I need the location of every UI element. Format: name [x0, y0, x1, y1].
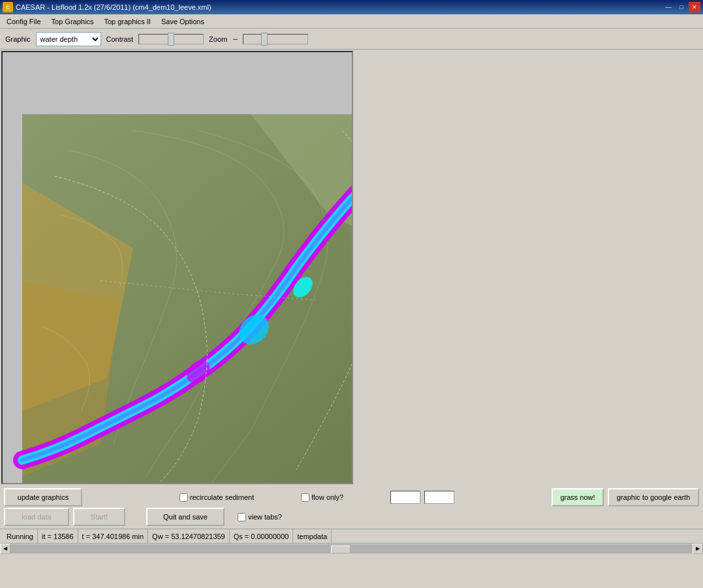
status-qw: Qw = 53.12470821359 — [148, 529, 230, 543]
status-t: t = 347.401986 min — [78, 529, 149, 543]
title-bar-controls[interactable]: — □ ✕ — [663, 2, 700, 12]
menu-bar: Config File Top Graphics Top graphics II… — [0, 14, 703, 29]
scroll-track[interactable] — [10, 544, 693, 553]
contrast-slider[interactable] — [138, 34, 204, 44]
menu-config-file[interactable]: Config File — [1, 14, 46, 28]
menu-top-graphics-ii[interactable]: Top graphics II — [99, 14, 156, 28]
graphic-to-google-earth-button[interactable]: graphic to google earth — [608, 488, 699, 506]
canvas-area — [1, 51, 353, 484]
status-it: it = 13586 — [38, 529, 78, 543]
zoom-minus-icon: − — [232, 34, 238, 44]
start-button[interactable]: Start! — [73, 508, 125, 526]
num-field-2[interactable]: 358 — [424, 491, 454, 504]
view-tabs-label: view tabs? — [248, 513, 282, 521]
bottom-controls: update graphics recirculate sediment flo… — [0, 486, 703, 529]
close-button[interactable]: ✕ — [689, 2, 700, 12]
flow-only-checkbox[interactable] — [301, 493, 309, 502]
status-tempdata: tempdata — [293, 529, 332, 543]
minimize-button[interactable]: — — [663, 2, 674, 12]
scroll-thumb[interactable] — [331, 546, 351, 553]
menu-save-options[interactable]: Save Options — [156, 14, 210, 28]
num-field-1[interactable]: 358 — [390, 491, 420, 504]
recirculate-sediment-checkbox[interactable] — [180, 493, 188, 502]
title-bar-left: C CAESAR - Lisflood 1.2x (27/6/2011) (cm… — [3, 2, 211, 12]
update-graphics-button[interactable]: update graphics — [4, 488, 82, 506]
maximize-button[interactable]: □ — [676, 2, 687, 12]
flow-only-label: flow only? — [311, 493, 343, 501]
app-icon: C — [3, 2, 13, 12]
zoom-slider[interactable] — [243, 34, 308, 44]
controls-row2: load data Start! Quit and save view tabs… — [4, 508, 699, 526]
flow-only-checkbox-item: flow only? — [301, 493, 343, 502]
graphic-label: Graphic — [5, 35, 31, 43]
contrast-label: Contrast — [106, 35, 134, 43]
controls-row1: update graphics recirculate sediment flo… — [4, 488, 699, 506]
graphic-select[interactable]: water depth elevation sediment erosion — [36, 32, 101, 46]
map-display — [3, 52, 353, 483]
scroll-right-arrow[interactable]: ▶ — [693, 544, 703, 554]
status-bar: Running it = 13586 t = 347.401986 min Qw… — [0, 529, 703, 543]
recirculate-sediment-checkbox-item: recirculate sediment — [180, 493, 254, 502]
status-running: Running — [3, 529, 38, 543]
grass-now-button[interactable]: grass now! — [552, 488, 604, 506]
scroll-left-arrow[interactable]: ◀ — [0, 544, 10, 554]
title-bar: C CAESAR - Lisflood 1.2x (27/6/2011) (cm… — [0, 0, 703, 14]
status-qs: Qs = 0.00000000 — [230, 529, 294, 543]
toolbar: Graphic water depth elevation sediment e… — [0, 29, 703, 50]
load-data-button[interactable]: load data — [4, 508, 69, 526]
view-tabs-checkbox-item: view tabs? — [238, 513, 282, 521]
right-panel — [353, 51, 702, 484]
zoom-label: Zoom — [209, 35, 227, 43]
menu-top-graphics[interactable]: Top Graphics — [46, 14, 99, 28]
window-title: CAESAR - Lisflood 1.2x (27/6/2011) (cm4_… — [16, 3, 211, 11]
recirculate-sediment-label: recirculate sediment — [190, 493, 254, 501]
horizontal-scrollbar[interactable]: ◀ ▶ — [0, 543, 703, 553]
main-content — [0, 50, 703, 486]
quit-and-save-button[interactable]: Quit and save — [146, 508, 225, 526]
view-tabs-checkbox[interactable] — [238, 513, 246, 521]
